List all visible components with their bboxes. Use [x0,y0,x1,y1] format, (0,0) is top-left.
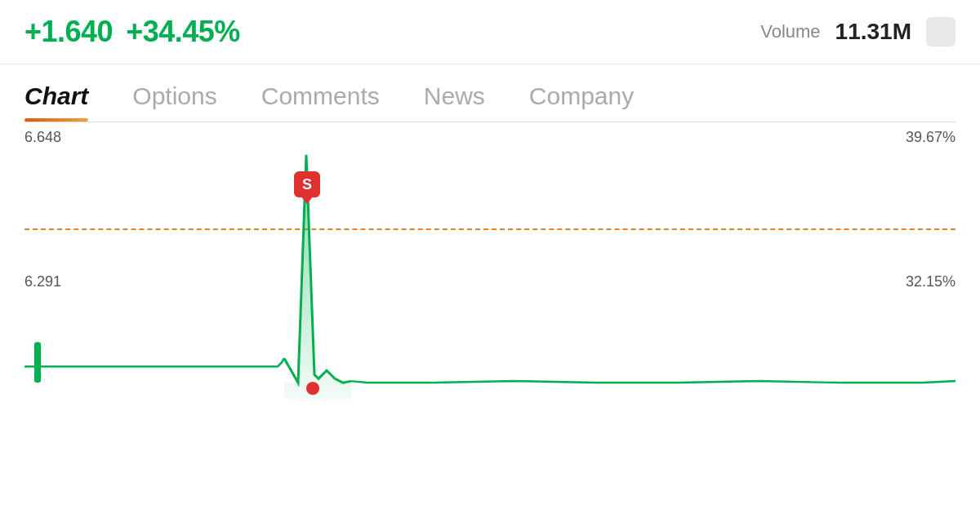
tab-navigation: Chart Options Comments News Company [0,64,980,122]
tab-news[interactable]: News [424,82,485,122]
chart-area: 6.648 39.67% 6.291 32.15% [24,122,956,415]
marker-red-dot [306,382,319,395]
chart-svg-container [24,122,956,415]
volume-value: 11.31M [835,19,911,45]
marker-s-container: S [294,171,320,197]
tab-company[interactable]: Company [529,82,634,122]
volume-label: Volume [760,21,820,42]
tab-options[interactable]: Options [132,82,216,122]
price-change-section: +1.640 +34.45% [24,15,240,49]
pct-delta: +34.45% [126,15,240,49]
tab-comments[interactable]: Comments [261,82,380,122]
small-bar [34,342,41,383]
price-delta: +1.640 [24,15,113,49]
chart-line-right [351,381,956,383]
top-bar: +1.640 +34.45% Volume 11.31M [0,0,980,64]
volume-icon [926,17,956,47]
tab-chart[interactable]: Chart [24,82,88,122]
marker-s-badge: S [294,171,320,197]
chart-line-left [24,358,284,366]
volume-section: Volume 11.31M [760,17,956,47]
chart-svg [24,122,956,415]
